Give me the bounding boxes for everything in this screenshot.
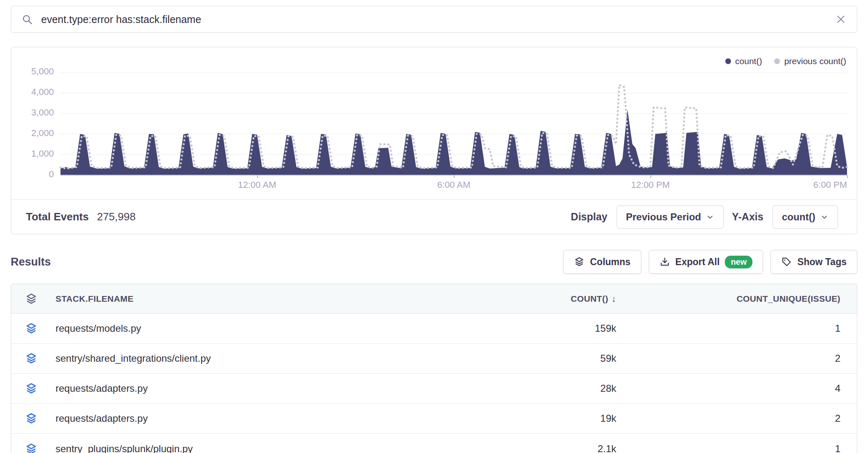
column-header-count[interactable]: COUNT()↓: [480, 294, 616, 304]
chevron-down-icon: [706, 213, 714, 221]
display-select-value: Previous Period: [626, 211, 701, 223]
stack-column-icon[interactable]: [25, 293, 56, 305]
legend-dot-previous-count: [774, 58, 780, 64]
x-axis-tick-mark: [847, 175, 848, 178]
x-axis-tick-label: 6:00 PM: [813, 180, 847, 190]
chart-legend: count() previous count(): [725, 56, 846, 66]
y-axis-label: Y-Axis: [732, 211, 763, 223]
table-row[interactable]: requests/adapters.py 28k 4: [11, 374, 857, 404]
stack-filename-cell[interactable]: requests/models.py: [56, 323, 480, 334]
total-events: Total Events 275,998: [26, 210, 136, 223]
count-unique-cell[interactable]: 1: [616, 323, 840, 334]
table-row[interactable]: requests/models.py 159k 1: [11, 314, 857, 344]
count-unique-cell[interactable]: 1: [616, 443, 840, 453]
search-bar[interactable]: event.type:error has:stack.filename: [11, 6, 857, 33]
x-axis-tick-label: 12:00 PM: [631, 180, 670, 190]
total-events-value: 275,998: [97, 210, 136, 223]
x-axis-tick-mark: [454, 175, 455, 178]
x-axis-tick-mark: [257, 175, 258, 178]
y-axis-tick: 3,000: [16, 108, 54, 117]
tag-icon: [781, 257, 792, 267]
events-chart-panel: count() previous count() 0 1,000 2,000 3…: [11, 47, 857, 234]
x-axis-tick-mark: [650, 175, 651, 178]
y-axis-tick: 4,000: [16, 88, 54, 97]
y-axis-tick: 5,000: [16, 67, 54, 76]
x-axis-tick-label: 6:00 AM: [437, 180, 471, 190]
legend-label-count: count(): [735, 56, 762, 66]
new-badge: new: [725, 256, 752, 268]
results-heading: Results: [11, 256, 51, 268]
results-table: STACK.FILENAME COUNT()↓ COUNT_UNIQUE(ISS…: [11, 284, 857, 453]
y-axis-tick: 2,000: [16, 129, 54, 138]
table-row[interactable]: requests/adapters.py 19k 2: [11, 404, 857, 434]
y-axis-tick: 1,000: [16, 149, 54, 158]
show-tags-button[interactable]: Show Tags: [771, 250, 857, 274]
export-all-button-label: Export All: [675, 257, 720, 268]
clear-search-icon[interactable]: [836, 14, 846, 25]
legend-item-count[interactable]: count(): [725, 56, 762, 66]
table-header-row: STACK.FILENAME COUNT()↓ COUNT_UNIQUE(ISS…: [11, 284, 857, 314]
legend-label-previous-count: previous count(): [784, 56, 846, 66]
count-cell[interactable]: 28k: [480, 383, 616, 394]
show-tags-button-label: Show Tags: [797, 257, 847, 268]
chart-footer: Total Events 275,998 Display Previous Pe…: [11, 199, 857, 234]
search-icon: [22, 14, 33, 25]
stack-filename-cell[interactable]: sentry/shared_integrations/client.py: [56, 353, 480, 364]
count-unique-cell[interactable]: 4: [616, 383, 840, 394]
display-select[interactable]: Previous Period: [617, 206, 724, 229]
count-cell[interactable]: 59k: [480, 353, 616, 364]
x-axis-labels: 12:00 AM 6:00 AM 12:00 PM 6:00 PM: [60, 180, 847, 192]
stack-filename-cell[interactable]: sentry_plugins/splunk/plugin.py: [56, 443, 480, 453]
chart-plot-area[interactable]: 0 1,000 2,000 3,000 4,000 5,000: [60, 73, 847, 176]
sort-desc-arrow: ↓: [612, 294, 616, 304]
legend-dot-count: [725, 58, 731, 64]
y-axis-tick: 0: [16, 170, 54, 179]
y-axis-select[interactable]: count(): [773, 206, 838, 229]
export-all-button[interactable]: Export All new: [649, 250, 764, 274]
layers-icon: [574, 257, 585, 267]
column-header-count-unique[interactable]: COUNT_UNIQUE(ISSUE): [616, 294, 840, 304]
table-row[interactable]: sentry_plugins/splunk/plugin.py 2.1k 1: [11, 434, 857, 453]
count-cell[interactable]: 19k: [480, 413, 616, 424]
x-axis-tick-label: 12:00 AM: [238, 180, 276, 190]
chart-block: count() previous count() 0 1,000 2,000 3…: [11, 47, 857, 200]
count-cell[interactable]: 159k: [480, 323, 616, 334]
count-cell[interactable]: 2.1k: [480, 443, 616, 453]
columns-button-label: Columns: [590, 257, 630, 268]
stack-row-icon[interactable]: [25, 352, 56, 365]
columns-button[interactable]: Columns: [563, 250, 641, 274]
count-unique-cell[interactable]: 2: [616, 353, 840, 364]
stack-row-icon[interactable]: [25, 382, 56, 395]
stack-row-icon[interactable]: [25, 322, 56, 335]
display-label: Display: [571, 211, 608, 223]
stack-filename-cell[interactable]: requests/adapters.py: [56, 413, 480, 424]
search-input[interactable]: event.type:error has:stack.filename: [41, 14, 827, 25]
table-row[interactable]: sentry/shared_integrations/client.py 59k…: [11, 344, 857, 374]
stack-filename-cell[interactable]: requests/adapters.py: [56, 383, 480, 394]
download-icon: [659, 257, 670, 267]
total-events-label: Total Events: [26, 210, 89, 223]
column-header-stack-filename[interactable]: STACK.FILENAME: [56, 294, 480, 304]
stack-row-icon[interactable]: [25, 443, 56, 453]
area-chart: [60, 73, 847, 175]
y-axis-select-value: count(): [782, 211, 815, 223]
legend-item-previous-count[interactable]: previous count(): [774, 56, 846, 66]
count-unique-cell[interactable]: 2: [616, 413, 840, 424]
chevron-down-icon: [820, 213, 829, 221]
stack-row-icon[interactable]: [25, 412, 56, 425]
